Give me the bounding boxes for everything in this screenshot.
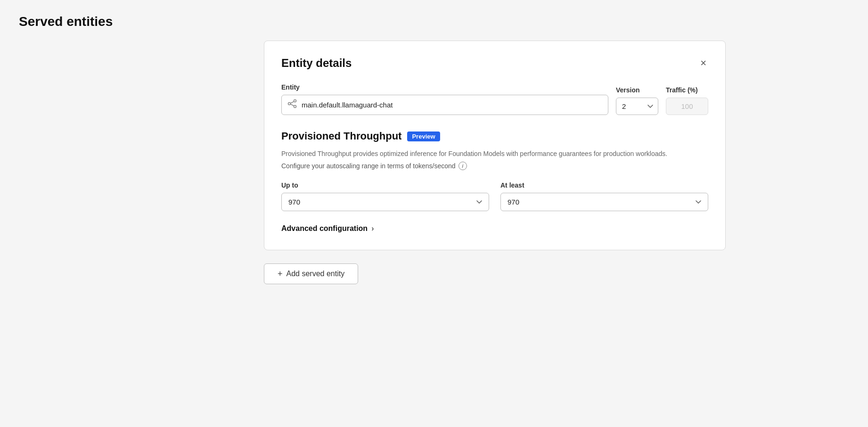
traffic-input [666,98,708,115]
traffic-label: Traffic (%) [666,86,708,94]
close-button[interactable]: × [698,56,708,70]
add-served-entity-button[interactable]: + Add served entity [264,263,358,284]
svg-point-0 [288,103,291,105]
chevron-right-icon: › [371,224,374,233]
advanced-configuration-button[interactable]: Advanced configuration › [281,224,374,233]
page-container: Served entities Entity details × Entity [19,14,849,284]
up-to-select[interactable]: 970 1000 2000 [281,193,489,211]
svg-point-2 [294,106,296,108]
svg-point-1 [294,100,296,102]
entity-model-icon [287,99,297,111]
version-select[interactable]: 1 2 3 [616,98,658,115]
info-icon: i [459,162,467,170]
version-label: Version [616,86,658,94]
up-to-field-group: Up to 970 1000 2000 [281,181,489,211]
provisioned-section: Provisioned Throughput Preview Provision… [281,130,708,170]
close-icon: × [700,58,706,68]
up-to-label: Up to [281,181,489,189]
advanced-config-label: Advanced configuration [281,224,368,233]
add-entity-label: Add served entity [287,270,345,278]
entity-input-wrapper [281,95,608,115]
provisioned-title: Provisioned Throughput [281,130,401,142]
at-least-field-group: At least 970 1000 2000 [500,181,708,211]
entity-details-modal: Entity details × Entity [264,41,726,250]
provisioned-header: Provisioned Throughput Preview [281,130,708,142]
entity-field-group: Entity [281,83,608,115]
plus-icon: + [278,270,283,278]
version-field-group: Version 1 2 3 [616,86,658,115]
modal-title: Entity details [281,57,352,70]
entity-label: Entity [281,83,608,91]
svg-line-3 [291,102,294,104]
range-row: Up to 970 1000 2000 At least 970 1000 20… [281,181,708,211]
autoscaling-text: Configure your autoscaling range in term… [281,162,456,170]
modal-header: Entity details × [281,56,708,70]
preview-badge: Preview [407,131,440,141]
at-least-label: At least [500,181,708,189]
page-title: Served entities [19,14,849,29]
provisioned-description: Provisioned Throughput provides optimize… [281,149,708,159]
entity-row: Entity Versi [281,83,708,115]
entity-input[interactable] [302,101,602,109]
traffic-field-group: Traffic (%) [666,86,708,115]
svg-line-4 [291,104,294,106]
at-least-select[interactable]: 970 1000 2000 [500,193,708,211]
autoscaling-label: Configure your autoscaling range in term… [281,162,708,170]
